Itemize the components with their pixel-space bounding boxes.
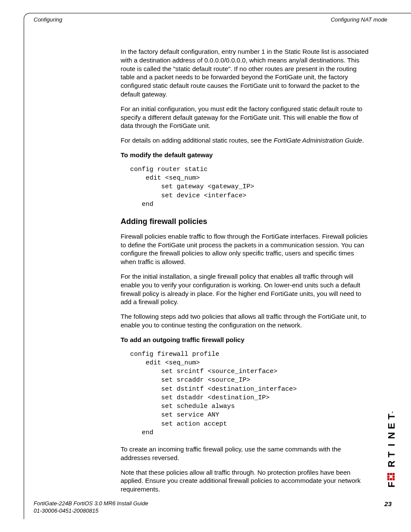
paragraph: The following steps add two policies tha… [121, 312, 371, 330]
svg-rect-5 [387, 476, 389, 478]
reference-title: FortiGate Administration Guide [274, 137, 362, 144]
fortinet-logo: F R T I N E T [384, 403, 394, 489]
footer-title: FortiGate-224B FortiOS 3.0 MR6 Install G… [34, 500, 148, 507]
code-block: config router static edit <seq_num> set … [130, 165, 371, 209]
svg-rect-1 [392, 478, 395, 480]
sub-heading: To modify the default gateway [121, 151, 371, 159]
text: For details on adding additional static … [121, 137, 274, 144]
paragraph: Note that these policies allow all traff… [121, 468, 371, 494]
header-right: Configuring NAT mode [331, 16, 411, 23]
svg-rect-4 [392, 476, 395, 478]
footer-docid: 01-30006-0451-20080815 [34, 507, 148, 515]
main-content: In the factory default configuration, en… [121, 47, 371, 500]
paragraph: For an initial configuration, you must e… [121, 105, 371, 130]
svg-text:R: R [386, 459, 396, 467]
svg-rect-7 [390, 473, 392, 475]
sub-heading: To add an outgoing traffic firewall poli… [121, 336, 371, 344]
page-number: 23 [384, 500, 392, 507]
paragraph: To create an incoming traffic firewall p… [121, 445, 371, 462]
page-header: Configuring Configuring NAT mode [34, 16, 411, 23]
page-footer: FortiGate-224B FortiOS 3.0 MR6 Install G… [34, 500, 392, 515]
svg-rect-2 [390, 478, 392, 480]
svg-text:F: F [386, 480, 396, 487]
paragraph: For details on adding additional static … [121, 136, 371, 145]
svg-rect-6 [392, 473, 395, 475]
section-heading: Adding firewall policies [121, 217, 371, 227]
svg-point-15 [392, 412, 393, 413]
header-left: Configuring [34, 16, 62, 23]
svg-text:E: E [386, 421, 396, 429]
paragraph: Firewall policies enable traffic to flow… [121, 232, 371, 266]
footer-left: FortiGate-224B FortiOS 3.0 MR6 Install G… [34, 500, 148, 515]
paragraph: For the initial installation, a single f… [121, 272, 371, 306]
svg-text:T: T [386, 450, 396, 457]
paragraph: In the factory default configuration, en… [121, 47, 371, 99]
code-block: config firewall profile edit <seq_num> s… [130, 350, 371, 438]
svg-text:N: N [386, 430, 396, 439]
svg-text:I: I [386, 442, 396, 446]
svg-text:T: T [386, 412, 396, 419]
svg-rect-3 [387, 478, 389, 480]
text: . [362, 137, 364, 144]
svg-rect-8 [387, 473, 389, 475]
